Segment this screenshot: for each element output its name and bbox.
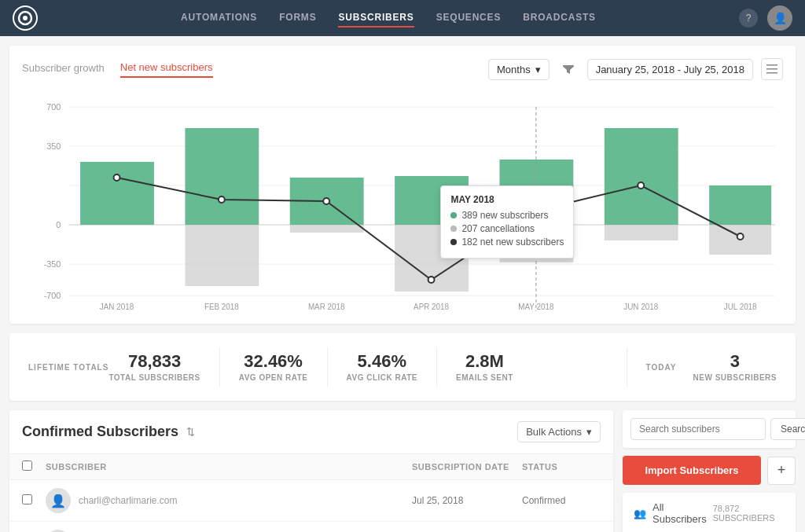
- total-subscribers-value: 78,833: [108, 353, 200, 370]
- tab-subscriber-growth[interactable]: Subscriber growth: [22, 62, 105, 77]
- navbar: AUTOMATIONS FORMS SUBSCRIBERS SEQUENCES …: [0, 0, 805, 36]
- new-subscribers-label: NEW SUBSCRIBERS: [693, 373, 777, 382]
- subscriber-status-1: Confirmed: [522, 495, 601, 506]
- chart-tooltip: MAY 2018 389 new subscribers 207 cancell…: [440, 185, 574, 259]
- period-select[interactable]: Months ▾: [488, 59, 550, 80]
- chart-tabs: Subscriber growth Net new subscribers: [22, 61, 213, 78]
- row-checkbox-1[interactable]: [22, 494, 32, 504]
- stat-divider-2: [327, 347, 328, 387]
- all-subscribers-item[interactable]: 👥 All Subscribers 78,872 SUBSCRIBERS: [623, 493, 796, 532]
- svg-rect-2: [766, 64, 777, 66]
- search-button[interactable]: Search: [770, 418, 805, 440]
- svg-point-34: [638, 182, 644, 189]
- date-range-picker[interactable]: January 25, 2018 - July 25, 2018: [587, 59, 753, 80]
- navbar-right: ? 👤: [739, 6, 792, 31]
- tooltip-new-text: 389 new subscribers: [461, 210, 548, 221]
- svg-rect-3: [766, 68, 777, 70]
- tooltip-title: MAY 2018: [450, 194, 564, 205]
- new-subscribers-value: 3: [693, 353, 777, 370]
- bulk-actions-dropdown[interactable]: Bulk Actions ▾: [517, 421, 601, 442]
- chart-menu-icon[interactable]: [761, 58, 783, 80]
- stat-divider-today: [627, 347, 627, 387]
- add-button[interactable]: +: [767, 457, 796, 485]
- import-subscribers-button[interactable]: Import Subscribers: [623, 456, 761, 485]
- avg-open-value: 32.46%: [239, 353, 308, 370]
- sort-icon[interactable]: ⇅: [186, 426, 195, 438]
- total-subscribers-label: TOTAL SUBSCRIBERS: [108, 373, 200, 382]
- subscribers-panel: Confirmed Subscribers ⇅ Bulk Actions ▾ S…: [9, 410, 613, 532]
- segment-box: 👥 All Subscribers 78,872 SUBSCRIBERS ⊞ S…: [623, 493, 796, 532]
- tooltip-item-cancel: 207 cancellations: [450, 223, 564, 234]
- svg-text:FEB 2018: FEB 2018: [204, 303, 239, 311]
- header-date: SUBSCRIPTION DATE: [412, 462, 522, 471]
- date-range-text: January 25, 2018 - July 25, 2018: [596, 64, 744, 75]
- all-subscribers-icon: 👥: [634, 508, 646, 519]
- nav-subscribers[interactable]: SUBSCRIBERS: [338, 9, 414, 28]
- stat-avg-open: 32.46% AVG OPEN RATE: [239, 353, 308, 382]
- svg-text:APR 2018: APR 2018: [414, 303, 449, 311]
- avatar[interactable]: 👤: [767, 6, 792, 31]
- help-button[interactable]: ?: [739, 9, 758, 28]
- svg-rect-17: [185, 128, 259, 225]
- search-input[interactable]: [630, 418, 766, 440]
- chart-header: Subscriber growth Net new subscribers Mo…: [22, 58, 783, 80]
- svg-text:0: 0: [56, 220, 61, 229]
- tooltip-item-net: 182 net new subscribers: [450, 237, 564, 248]
- svg-point-29: [114, 174, 120, 181]
- import-row: Import Subscribers +: [623, 456, 796, 485]
- svg-rect-20: [290, 225, 364, 233]
- svg-point-35: [737, 233, 744, 240]
- all-subscribers-count: 78,872 SUBSCRIBERS: [713, 504, 785, 523]
- header-subscriber: SUBSCRIBER: [46, 462, 412, 471]
- avg-click-label: AVG CLICK RATE: [347, 373, 418, 382]
- tab-net-new-subscribers[interactable]: Net new subscribers: [120, 61, 213, 78]
- chevron-down-icon: ▾: [586, 426, 592, 438]
- stats-bar: LIFETIME TOTALS 78,833 TOTAL SUBSCRIBERS…: [9, 333, 796, 401]
- svg-text:-350: -350: [44, 259, 61, 269]
- svg-rect-18: [185, 225, 259, 286]
- nav-automations[interactable]: AUTOMATIONS: [181, 9, 257, 28]
- chart-controls: Months ▾ January 25, 2018 - July 25, 201…: [488, 58, 783, 80]
- filter-icon[interactable]: [557, 58, 579, 80]
- bottom-section: Confirmed Subscribers ⇅ Bulk Actions ▾ S…: [9, 410, 796, 532]
- tooltip-item-new: 389 new subscribers: [450, 210, 564, 221]
- logo: [13, 6, 38, 31]
- stat-divider-1: [219, 347, 220, 387]
- chart-area: 700 350 0 -350 -700: [22, 91, 783, 311]
- all-subscribers-label: All Subscribers: [652, 501, 707, 525]
- tooltip-net-text: 182 net new subscribers: [461, 237, 564, 248]
- svg-point-32: [428, 277, 435, 283]
- chart-section: Subscriber growth Net new subscribers Mo…: [9, 46, 796, 324]
- svg-rect-25: [605, 128, 678, 225]
- svg-text:JUN 2018: JUN 2018: [623, 303, 658, 311]
- select-all-checkbox[interactable]: [22, 460, 32, 471]
- svg-point-1: [23, 16, 28, 20]
- nav-forms[interactable]: FORMS: [279, 9, 316, 28]
- svg-text:MAR 2018: MAR 2018: [308, 303, 345, 311]
- stat-new-subscribers-today: 3 NEW SUBSCRIBERS: [693, 353, 777, 382]
- svg-rect-27: [709, 185, 771, 225]
- svg-rect-16: [80, 162, 154, 225]
- bulk-actions-label: Bulk Actions: [526, 426, 582, 438]
- avg-click-value: 5.46%: [347, 353, 418, 370]
- emails-sent-value: 2.8M: [456, 353, 513, 370]
- svg-text:JUL 2018: JUL 2018: [724, 303, 757, 311]
- svg-text:JAN 2018: JAN 2018: [100, 303, 134, 311]
- chevron-down-icon: ▾: [535, 64, 541, 75]
- emails-sent-label: EMAILS SENT: [456, 373, 513, 382]
- stat-total-subscribers: 78,833 TOTAL SUBSCRIBERS: [108, 353, 200, 382]
- subscriber-info-1: charli@charlimarie.com: [79, 495, 412, 506]
- main-nav: AUTOMATIONS FORMS SUBSCRIBERS SEQUENCES …: [61, 9, 715, 28]
- avg-open-label: AVG OPEN RATE: [239, 373, 308, 382]
- tooltip-cancel-text: 207 cancellations: [461, 223, 535, 234]
- svg-rect-4: [766, 72, 777, 74]
- nav-sequences[interactable]: SEQUENCES: [436, 9, 502, 28]
- period-label: Months: [497, 64, 531, 75]
- nav-broadcasts[interactable]: BROADCASTS: [523, 9, 596, 28]
- svg-text:350: 350: [46, 141, 61, 151]
- chart-svg: 700 350 0 -350 -700: [22, 91, 783, 311]
- subscriber-avatar-1: 👤: [46, 488, 71, 513]
- svg-text:-700: -700: [44, 291, 61, 300]
- search-box: Search: [623, 410, 796, 448]
- stat-divider-3: [436, 347, 437, 387]
